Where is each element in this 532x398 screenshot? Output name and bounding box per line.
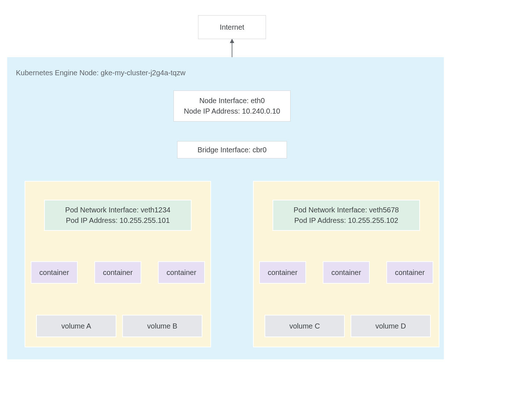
pod-iface-right-line2: Pod IP Address: 10.255.255.102 (294, 215, 398, 226)
volume-box: volume B (122, 315, 202, 337)
volume-box: volume A (36, 315, 116, 337)
volume-box: volume D (351, 315, 431, 337)
pod-iface-left-line1: Pod Network Interface: veth1234 (65, 205, 170, 215)
volume-label: volume D (376, 321, 406, 331)
node-interface-box: Node Interface: eth0 Node IP Address: 10… (173, 90, 291, 122)
container-box: container (158, 261, 205, 284)
diagram-canvas: Internet Kubernetes Engine Node: gke-my-… (0, 0, 532, 398)
pod-iface-left-line2: Pod IP Address: 10.255.255.101 (66, 215, 170, 226)
container-box: container (94, 261, 141, 284)
container-label: container (103, 267, 133, 278)
container-box: container (259, 261, 306, 284)
pod-iface-left: Pod Network Interface: veth1234 Pod IP A… (44, 200, 192, 231)
pod-iface-right: Pod Network Interface: veth5678 Pod IP A… (273, 200, 420, 231)
container-label: container (331, 267, 361, 278)
container-label: container (395, 267, 425, 278)
volume-label: volume C (289, 321, 320, 331)
internet-box: Internet (198, 15, 266, 39)
bridge-box: Bridge Interface: cbr0 (177, 141, 287, 158)
container-box: container (386, 261, 433, 284)
bridge-label: Bridge Interface: cbr0 (197, 145, 266, 155)
pod-iface-right-line1: Pod Network Interface: veth5678 (293, 205, 399, 215)
node-iface-line2: Node IP Address: 10.240.0.10 (184, 106, 280, 117)
node-iface-line1: Node Interface: eth0 (199, 96, 265, 106)
volume-label: volume B (147, 321, 177, 331)
container-label: container (167, 267, 196, 278)
volume-box: volume C (265, 315, 345, 337)
container-box: container (323, 261, 370, 284)
node-title: Kubernetes Engine Node: gke-my-cluster-j… (16, 69, 185, 77)
internet-label: Internet (220, 22, 244, 33)
container-label: container (268, 267, 297, 278)
volume-label: volume A (61, 321, 91, 331)
container-label: container (39, 267, 69, 278)
container-box: container (31, 261, 78, 284)
